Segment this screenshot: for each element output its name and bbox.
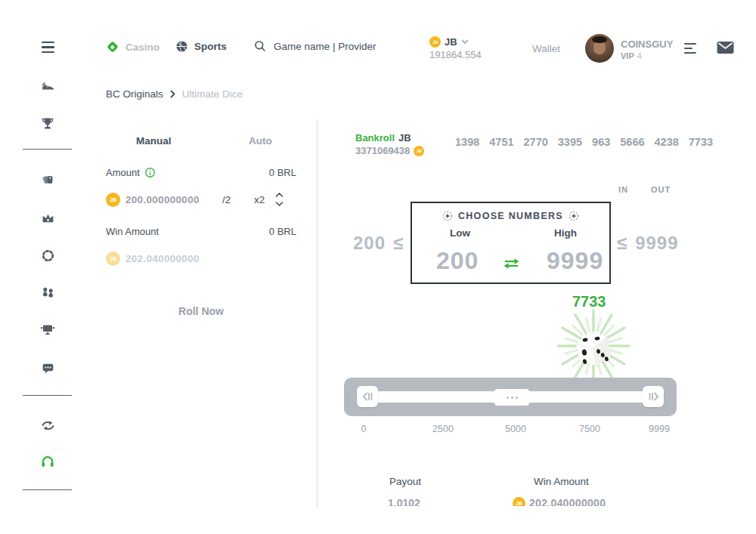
win-amount-label: Win Amount [106, 226, 159, 237]
mail-icon[interactable] [717, 41, 734, 57]
jb-coin-icon: JB [106, 193, 120, 207]
tick-label: 7500 [579, 424, 600, 434]
balance-currency-label: JB [445, 36, 457, 48]
range-slider[interactable] [344, 378, 677, 416]
low-value-input[interactable]: 200 [436, 247, 479, 275]
wallet-button[interactable]: Wallet [532, 43, 560, 54]
low-label: Low [450, 227, 470, 239]
choose-numbers-box: CHOOSE NUMBERS Low High 200 9999 [411, 202, 611, 284]
history-roll[interactable]: 4751 [489, 136, 513, 148]
tick-label: 0 [361, 424, 367, 434]
profile-info[interactable]: COINSGUY VIP 4 [621, 39, 673, 60]
win-amount-value: 202.040000000 [125, 253, 200, 264]
sidebar-item-sneaker[interactable] [39, 76, 56, 93]
handle-low-glyph-icon [362, 391, 373, 402]
tab-manual[interactable]: Manual [136, 135, 172, 147]
bet-list-icon[interactable] [684, 43, 696, 54]
chat-bubble-icon [41, 361, 55, 375]
star-decoration-icon [442, 211, 453, 221]
trophy-icon [41, 116, 54, 131]
roll-history: 1398 4751 2770 3395 963 5666 4238 7733 [455, 136, 713, 148]
balance-selector[interactable]: JB JB 191864.554 [429, 36, 482, 60]
nav-sports-label: Sports [194, 41, 227, 52]
avatar[interactable] [585, 34, 614, 63]
tick-label: 5000 [505, 424, 526, 434]
double-bet-button[interactable]: x2 [254, 194, 265, 205]
nav-casino[interactable]: Casino [106, 40, 160, 54]
out-toggle[interactable]: OUT [651, 185, 671, 194]
slider-handle-low[interactable] [357, 386, 378, 407]
casino-diamond-icon [106, 40, 119, 54]
history-roll[interactable]: 4238 [655, 136, 679, 148]
slider-handle-high[interactable] [643, 386, 664, 407]
sidebar-item-vip[interactable] [39, 209, 56, 226]
sidebar-item-swap[interactable] [39, 417, 56, 434]
slider-middle-handle[interactable] [494, 389, 529, 406]
sidebar-divider [23, 489, 72, 490]
win-amount-display: JB 202.040000000 [106, 252, 200, 266]
sidebar-item-chat[interactable] [39, 360, 56, 376]
stepper-chevrons-icon [274, 190, 284, 208]
sidebar-item-promotions[interactable] [39, 171, 56, 187]
lte-symbol: ≤ [617, 233, 627, 254]
nav-sports[interactable]: Sports [175, 40, 227, 53]
sidebar-item-trophy[interactable] [39, 116, 56, 132]
half-bet-label: /2 [222, 194, 231, 205]
swap-low-high-icon[interactable] [503, 258, 520, 270]
payout-win-amount-value: 202.040000000 [529, 497, 606, 506]
payout-label: Payout [389, 476, 421, 487]
tags-icon [41, 172, 55, 187]
sidebar-item-refer[interactable] [39, 283, 56, 300]
in-toggle[interactable]: IN [618, 185, 628, 194]
info-icon[interactable] [144, 167, 156, 178]
high-value-input[interactable]: 9999 [547, 247, 603, 275]
high-label: High [554, 227, 577, 239]
jb-coin-icon-faded: JB [106, 252, 120, 266]
search-placeholder-text: Game name | Provider [274, 41, 376, 52]
choose-numbers-title: CHOOSE NUMBERS [458, 211, 563, 221]
breadcrumb-parent[interactable]: BC Originals [106, 88, 163, 100]
basketball-icon [175, 40, 188, 53]
hamburger-menu-icon[interactable] [42, 42, 54, 53]
sidebar-item-bonus[interactable] [39, 247, 56, 264]
amount-stepper[interactable] [274, 190, 284, 211]
breadcrumb-current: Ultimate Dice [182, 88, 243, 100]
amount-label: Amount [106, 167, 140, 178]
bankroll-currency: JB [398, 132, 411, 144]
tick-label: 9999 [649, 424, 670, 434]
range-max-display: ≤ 9999 [617, 233, 679, 254]
out-label: OUT [651, 185, 671, 194]
history-roll[interactable]: 963 [592, 136, 610, 148]
history-roll[interactable]: 2770 [524, 136, 548, 148]
half-bet-button[interactable]: /2 [222, 194, 231, 205]
app-window: Casino Sports Game name | Provider JB JB… [0, 0, 756, 534]
history-roll[interactable]: 1398 [455, 136, 479, 148]
tab-manual-label: Manual [136, 135, 172, 147]
history-roll[interactable]: 7733 [689, 136, 713, 148]
handle-high-glyph-icon [648, 391, 659, 402]
payout-win-section: Payout Win Amount 1.0102 JB 202.04000000… [318, 474, 756, 506]
vip-level: 4 [637, 51, 642, 60]
sidebar-item-affiliate[interactable] [39, 322, 56, 338]
wallet-label: Wallet [532, 43, 560, 54]
game-search-field[interactable]: Game name | Provider [254, 40, 376, 52]
tick-label: 2500 [432, 424, 454, 434]
roll-now-label: Roll Now [178, 305, 224, 317]
balance-amount: 191864.554 [429, 49, 482, 60]
history-roll[interactable]: 5666 [620, 136, 644, 148]
history-roll[interactable]: 3395 [558, 136, 582, 148]
sidebar-item-support[interactable] [39, 453, 56, 470]
tab-auto[interactable]: Auto [249, 135, 272, 147]
swap-hands-icon [41, 419, 55, 432]
double-bet-label: x2 [254, 194, 265, 205]
amount-input[interactable]: JB 200.000000000 [106, 193, 200, 207]
range-min-display: 200 ≤ [353, 233, 404, 254]
bankroll-label: Bankroll [355, 132, 395, 144]
monitor-icon [40, 323, 55, 337]
jb-coin-icon: JB [414, 146, 424, 156]
jb-coin-icon: JB [429, 36, 441, 48]
in-label: IN [618, 185, 628, 194]
roll-now-button[interactable]: Roll Now [106, 305, 296, 317]
sidebar-divider [23, 395, 72, 396]
dotted-ring-icon [41, 248, 55, 263]
